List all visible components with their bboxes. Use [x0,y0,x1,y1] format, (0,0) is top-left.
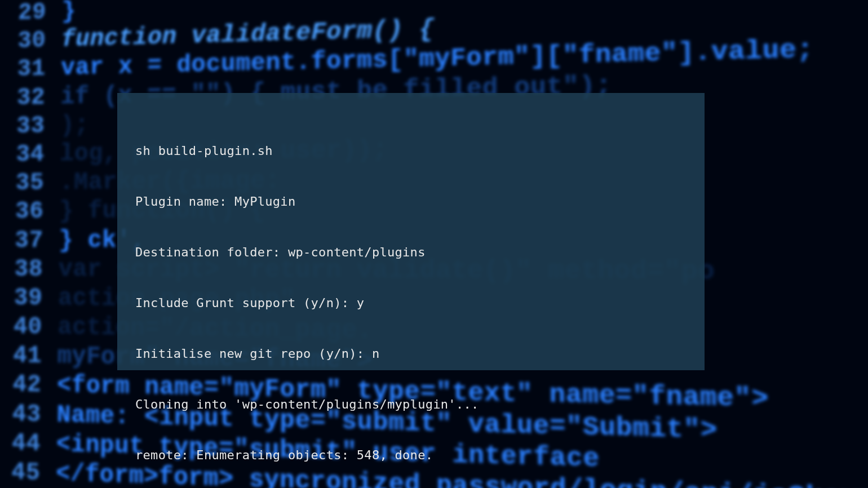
terminal-line: sh build-plugin.sh [135,143,687,159]
line-number: 33 [11,113,45,139]
line-number: 37 [9,227,43,254]
line-number: 43 [6,400,41,428]
line-number: 30 [12,28,46,55]
line-number: 36 [9,198,43,225]
terminal-line: Include Grunt support (y/n): y [135,295,687,312]
line-number: 35 [10,170,44,196]
code-text: } [61,0,76,25]
line-number: 44 [6,429,41,457]
terminal-line: Plugin name: MyPlugin [135,193,687,210]
line-number: 42 [7,371,42,399]
line-number: 45 [6,459,41,487]
line-number: 38 [8,256,43,282]
line-number: 34 [10,141,45,167]
line-number: 29 [12,0,47,26]
line-number: 32 [11,84,45,111]
line-number: 39 [8,285,43,312]
code-text: ); [60,112,89,139]
line-number: 40 [7,313,42,340]
terminal-line: Initialise new git repo (y/n): n [135,345,687,362]
terminal-output: sh build-plugin.sh Plugin name: MyPlugin… [117,93,705,370]
terminal-line: Destination folder: wp-content/plugins [135,244,687,261]
line-number: 31 [11,56,46,83]
terminal-line: Cloning into 'wp-content/plugins/myplugi… [135,396,687,413]
terminal-line: remote: Enumerating objects: 548, done. [135,447,687,464]
line-number: 41 [7,342,42,369]
